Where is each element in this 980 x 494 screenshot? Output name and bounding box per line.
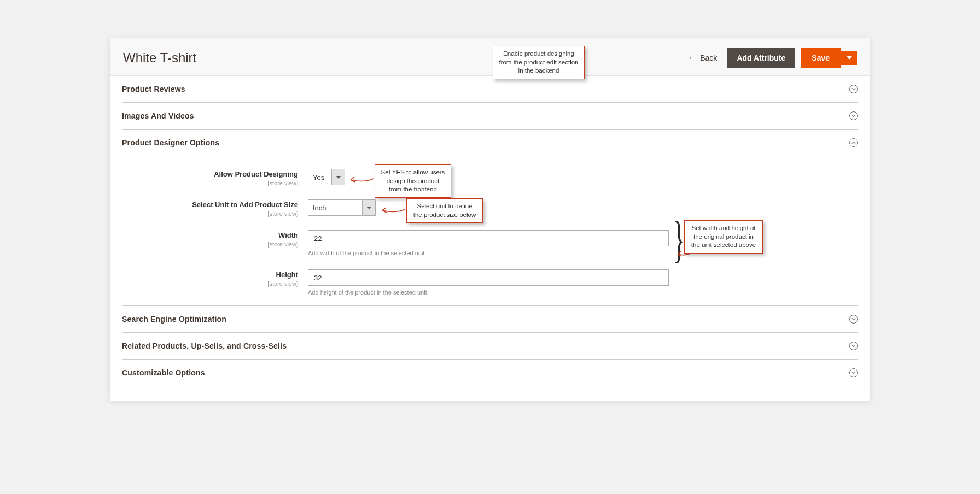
expand-icon (849, 315, 858, 324)
save-button[interactable]: Save (801, 48, 841, 68)
section-related[interactable]: Related Products, Up-Sells, and Cross-Se… (122, 333, 858, 360)
dropdown-toggle[interactable] (362, 200, 375, 215)
expand-icon (849, 111, 858, 120)
scope-label: [store view] (122, 241, 298, 248)
unit-value: Inch (308, 200, 362, 215)
label-width: Width (278, 231, 298, 239)
add-attribute-button[interactable]: Add Attribute (727, 48, 795, 68)
arrow-icon (379, 205, 406, 215)
product-designer-body: Allow Product Designing [store view] Yes… (122, 156, 858, 306)
collapse-icon (849, 138, 858, 147)
chevron-down-icon (367, 207, 371, 209)
label-allow-designing: Allow Product Designing (214, 170, 298, 178)
page-card: White T-shirt ← Back Add Attribute Save … (110, 38, 870, 401)
section-title: Customizable Options (122, 368, 205, 377)
label-height: Height (276, 270, 298, 279)
width-input[interactable] (308, 230, 669, 246)
brace-icon: } (673, 219, 685, 260)
width-helper: Add width of the product in the selected… (308, 250, 669, 256)
allow-designing-value: Yes (308, 169, 331, 185)
page-title: White T-shirt (123, 50, 196, 66)
callout-dims: Set width and height of the original pro… (684, 220, 763, 254)
section-images-videos[interactable]: Images And Videos (122, 103, 858, 130)
section-title: Search Engine Optimization (122, 315, 226, 324)
section-title: Related Products, Up-Sells, and Cross-Se… (122, 342, 287, 350)
dropdown-toggle[interactable] (331, 169, 345, 185)
height-helper: Add height of the product in the selecte… (308, 289, 669, 296)
row-height: Height [store view] Add height of the pr… (122, 269, 858, 296)
expand-icon (849, 85, 858, 93)
back-arrow-icon: ← (688, 53, 697, 63)
back-label: Back (700, 54, 717, 62)
chevron-down-icon (847, 56, 852, 60)
scope-label: [store view] (122, 280, 298, 287)
section-customizable[interactable]: Customizable Options (122, 360, 858, 386)
arrow-icon (347, 173, 375, 184)
height-input[interactable] (308, 269, 669, 286)
expand-icon (849, 342, 858, 350)
scope-label: [store view] (122, 180, 298, 186)
callout-unit: Select unit to define the product size b… (406, 198, 483, 223)
back-button[interactable]: ← Back (688, 53, 717, 63)
scope-label: [store view] (122, 210, 298, 217)
content-area: Product Reviews Images And Videos Produc… (110, 76, 870, 401)
expand-icon (849, 368, 858, 377)
unit-select[interactable]: Inch (308, 199, 376, 216)
section-title: Product Designer Options (122, 138, 219, 147)
section-title: Images And Videos (122, 111, 194, 120)
label-unit: Select Unit to Add Product Size (192, 201, 298, 209)
allow-designing-select[interactable]: Yes (308, 169, 345, 185)
callout-allow: Set YES to allow users design this produ… (375, 164, 451, 198)
row-unit: Select Unit to Add Product Size [store v… (122, 199, 858, 217)
section-product-reviews[interactable]: Product Reviews (122, 76, 858, 103)
section-seo[interactable]: Search Engine Optimization (122, 306, 858, 333)
section-product-designer[interactable]: Product Designer Options (122, 130, 858, 156)
save-dropdown-button[interactable] (841, 51, 857, 65)
chevron-down-icon (336, 176, 341, 179)
row-allow-designing: Allow Product Designing [store view] Yes… (122, 169, 858, 186)
section-title: Product Reviews (122, 85, 185, 93)
header-bar: White T-shirt ← Back Add Attribute Save … (110, 38, 870, 76)
callout-enable-designing: Enable product designing from the produc… (493, 46, 585, 79)
